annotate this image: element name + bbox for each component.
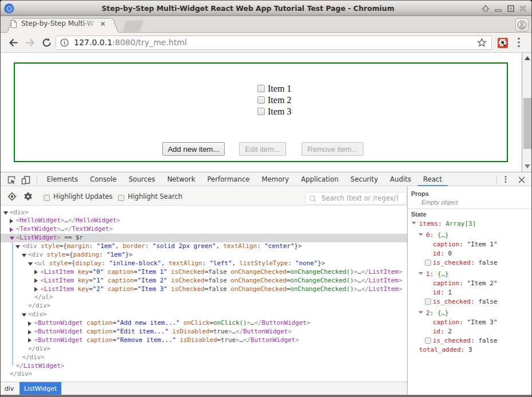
state-value-checkbox[interactable]: [425, 298, 431, 305]
state-row[interactable]: id: 2: [408, 328, 532, 336]
breadcrumb-div[interactable]: div: [0, 382, 18, 395]
state-row[interactable]: caption: "Item 2": [408, 280, 532, 288]
expand-arrow-closed-icon[interactable]: [34, 278, 38, 283]
devtools-tab-performance[interactable]: Performance: [201, 173, 256, 186]
item-checkbox[interactable]: [257, 96, 265, 104]
devtools-tab-sources[interactable]: Sources: [123, 173, 161, 186]
react-devtools-extension-icon[interactable]: [498, 38, 508, 48]
tree-row[interactable]: </ul>: [0, 293, 407, 302]
disabled-button[interactable]: Remove item...: [302, 142, 363, 156]
maximize-button[interactable]: [507, 5, 515, 13]
state-row[interactable]: items: Array[3]: [408, 220, 532, 228]
state-row[interactable]: caption: "Item 3": [408, 319, 532, 327]
keep-above-button[interactable]: [482, 5, 490, 13]
profile-avatar-button[interactable]: [515, 18, 529, 32]
inspect-element-icon[interactable]: [7, 175, 16, 184]
tab-close-icon[interactable]: [99, 20, 107, 27]
devtools-tab-elements[interactable]: Elements: [41, 173, 84, 186]
expand-arrow-closed-icon[interactable]: [28, 321, 32, 326]
expand-arrow-closed-icon[interactable]: [28, 338, 32, 343]
tree-row[interactable]: <ListItem key="1" caption="Item 2" isChe…: [0, 277, 407, 285]
item-checkbox[interactable]: [257, 85, 265, 92]
browser-menu-icon[interactable]: [515, 36, 522, 49]
tree-row[interactable]: </div>: [0, 370, 407, 379]
state-row[interactable]: 0: {…}: [408, 231, 532, 239]
state-row[interactable]: 2: {…}: [408, 309, 532, 317]
expand-arrow-closed-icon[interactable]: [34, 270, 38, 274]
tree-row[interactable]: </ListWidget>: [0, 362, 407, 371]
page-info-icon[interactable]: [60, 38, 69, 47]
scrollbar-thumb[interactable]: [523, 98, 531, 149]
state-row[interactable]: total_added: 3: [408, 346, 532, 354]
state-expand-arrow-icon[interactable]: [418, 311, 423, 314]
devtools-tab-audits[interactable]: Audits: [384, 173, 417, 186]
search-box[interactable]: [305, 192, 406, 205]
device-toolbar-icon[interactable]: [21, 175, 30, 184]
search-input[interactable]: [320, 193, 404, 203]
tree-row[interactable]: </div>: [0, 302, 407, 310]
tree-row[interactable]: <div>: [0, 209, 407, 217]
titlebar[interactable]: Step-by-Step Multi-Widget React Web App …: [0, 0, 532, 16]
expand-arrow-open-icon[interactable]: [22, 313, 26, 317]
settings-gear-icon[interactable]: [24, 192, 33, 201]
address-bar[interactable]: 127.0.0.1:8080/try_me.html: [56, 36, 492, 50]
state-value-checkbox[interactable]: [425, 337, 431, 344]
tree-row[interactable]: <ButtonWidget caption="Edit item..." isD…: [0, 328, 407, 336]
expand-arrow-open-icon[interactable]: [22, 254, 26, 257]
expand-arrow-closed-icon[interactable]: [34, 287, 38, 292]
state-row[interactable]: is_checked: false: [408, 337, 532, 345]
bookmark-star-icon[interactable]: [477, 38, 487, 48]
devtools-menu-icon[interactable]: [501, 175, 510, 184]
expand-arrow-open-icon[interactable]: [28, 262, 33, 266]
devtools-tab-network[interactable]: Network: [161, 173, 201, 186]
disabled-button[interactable]: Edit item...: [239, 142, 286, 156]
state-row[interactable]: id: 1: [408, 289, 532, 297]
state-expand-arrow-icon[interactable]: [412, 222, 416, 225]
forward-button[interactable]: [25, 38, 35, 48]
item-checkbox[interactable]: [257, 108, 265, 115]
devtools-tab-console[interactable]: Console: [84, 173, 122, 186]
tree-row[interactable]: <ListItem key="0" caption="Item 1" isChe…: [0, 268, 407, 277]
tree-row[interactable]: <ButtonWidget caption="Remove item..." i…: [0, 336, 407, 345]
tree-row[interactable]: <ButtonWidget caption="Add new item..." …: [0, 319, 407, 328]
devtools-tab-security[interactable]: Security: [345, 173, 384, 186]
state-row[interactable]: 1: {…}: [408, 270, 532, 278]
select-element-icon[interactable]: [7, 192, 17, 201]
state-row[interactable]: caption: "Item 1": [408, 241, 532, 249]
toolbar-checkbox[interactable]: [118, 195, 124, 201]
tree-row[interactable]: </div>: [0, 345, 407, 353]
tree-row[interactable]: <ul style={display: "inline-block", text…: [0, 260, 407, 268]
tree-row[interactable]: <div style={margin: "1em", border: "soli…: [0, 242, 407, 251]
tree-row[interactable]: <div>: [0, 310, 407, 319]
tree-row-selected[interactable]: <ListWidget> == $r: [0, 234, 407, 242]
breadcrumb-ListWidget[interactable]: ListWidget: [19, 382, 61, 395]
state-row[interactable]: id: 0: [408, 250, 532, 258]
page-scrollbar[interactable]: [522, 53, 532, 172]
state-expand-arrow-icon[interactable]: [418, 272, 423, 275]
devtools-tab-application[interactable]: Application: [295, 173, 345, 186]
expand-arrow-closed-icon[interactable]: [10, 219, 13, 223]
expand-arrow-open-icon[interactable]: [15, 245, 20, 249]
state-expand-arrow-icon[interactable]: [418, 233, 423, 236]
close-window-button[interactable]: [519, 5, 527, 13]
reload-button[interactable]: [42, 38, 52, 48]
url-text[interactable]: 127.0.0.1:8080/try_me.html: [74, 36, 187, 49]
expand-arrow-open-icon[interactable]: [3, 211, 8, 215]
action-button[interactable]: Add new item...: [162, 142, 225, 156]
devtools-tab-react[interactable]: React: [417, 173, 448, 186]
devtools-tab-memory[interactable]: Memory: [256, 173, 295, 186]
tree-row[interactable]: </div>: [0, 353, 407, 362]
state-row[interactable]: is_checked: false: [408, 259, 532, 267]
state-row[interactable]: is_checked: false: [408, 298, 532, 306]
scroll-down-arrow-icon[interactable]: [525, 164, 530, 168]
new-tab-button[interactable]: [123, 21, 144, 32]
back-button[interactable]: [9, 38, 18, 48]
tree-row[interactable]: <TextWidget>…</TextWidget>: [0, 225, 407, 234]
tree-row[interactable]: <HelloWidget>…</HelloWidget>: [0, 217, 407, 225]
tree-row[interactable]: <ListItem key="2" caption="Item 3" isChe…: [0, 285, 407, 294]
toolbar-checkbox[interactable]: [44, 195, 50, 201]
expand-arrow-closed-icon[interactable]: [28, 330, 32, 335]
scroll-up-arrow-icon[interactable]: [525, 56, 530, 60]
state-value-checkbox[interactable]: [425, 260, 431, 266]
devtools-close-icon[interactable]: [517, 175, 526, 184]
